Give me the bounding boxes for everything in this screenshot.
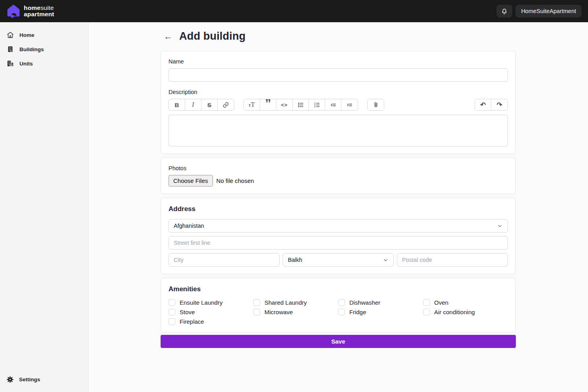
- code-icon: <>: [281, 102, 287, 108]
- indent-button[interactable]: [341, 99, 358, 110]
- numbered-list-button[interactable]: 123: [309, 99, 325, 110]
- redo-icon: ↷: [496, 101, 502, 109]
- topbar: homesuite apartment HomeSuiteApartment: [0, 0, 588, 22]
- amenity-fireplace: Fireplace: [169, 318, 253, 325]
- sidebar-item-label: Units: [19, 61, 33, 67]
- file-status-text: No file chosen: [216, 177, 254, 184]
- name-input[interactable]: [169, 68, 508, 82]
- back-arrow-icon: ←: [164, 31, 172, 41]
- chevron-down-icon: [497, 223, 503, 229]
- code-button[interactable]: <>: [276, 99, 293, 110]
- sidebar-item-label: Home: [19, 32, 34, 38]
- amenity-fridge: Fridge: [338, 309, 423, 315]
- amenities-card: Amenities Ensuite Laundry Shared Laundry…: [161, 278, 516, 332]
- heading-icon: тT: [249, 101, 255, 109]
- attach-file-button[interactable]: [368, 99, 384, 110]
- outdent-icon: [330, 102, 337, 108]
- amenity-checkbox[interactable]: [169, 299, 175, 306]
- outdent-button[interactable]: [325, 99, 341, 110]
- sidebar-item-units[interactable]: Units: [0, 56, 88, 71]
- sidebar-item-home[interactable]: Home: [0, 28, 88, 42]
- undo-icon: ↶: [480, 101, 486, 109]
- bell-icon: [500, 7, 508, 15]
- units-icon: [6, 60, 14, 67]
- back-button[interactable]: ←: [164, 32, 172, 41]
- amenity-stove: Stove: [169, 309, 253, 315]
- bullet-list-icon: [297, 102, 304, 108]
- richtext-toolbar: B I S тT: [169, 99, 508, 111]
- sidebar-item-label: Settings: [19, 377, 40, 382]
- bold-button[interactable]: B: [169, 99, 185, 110]
- name-label: Name: [169, 58, 508, 65]
- amenity-microwave: Microwave: [253, 309, 338, 315]
- amenity-oven: Oven: [423, 299, 508, 306]
- notifications-button[interactable]: [496, 5, 512, 17]
- undo-button[interactable]: ↶: [475, 99, 491, 110]
- amenity-checkbox[interactable]: [338, 299, 345, 306]
- amenity-checkbox[interactable]: [169, 318, 175, 325]
- app-logo[interactable]: homesuite apartment: [6, 4, 54, 19]
- main-content: ← Add building Name Description B I S: [88, 22, 588, 392]
- svg-text:3: 3: [314, 106, 315, 108]
- amenity-checkbox[interactable]: [338, 309, 345, 315]
- address-heading: Address: [169, 205, 508, 213]
- link-button[interactable]: [218, 99, 234, 110]
- heading-button[interactable]: тT: [244, 99, 260, 110]
- bullet-list-button[interactable]: [293, 99, 309, 110]
- home-icon: [6, 31, 14, 39]
- description-label: Description: [169, 89, 508, 95]
- redo-button[interactable]: ↷: [491, 99, 508, 110]
- amenity-air-conditioning: Air conditioning: [423, 309, 508, 315]
- postal-code-input[interactable]: [397, 253, 508, 267]
- state-select-value: Balkh: [288, 257, 302, 263]
- logo-house-icon: [6, 4, 21, 19]
- amenity-checkbox[interactable]: [423, 299, 430, 306]
- indent-icon: [346, 102, 353, 108]
- name-description-card: Name Description B I S: [161, 51, 516, 154]
- chevron-down-icon: [383, 257, 389, 263]
- account-button[interactable]: HomeSuiteApartment: [515, 5, 582, 17]
- sidebar-item-buildings[interactable]: Buildings: [0, 42, 88, 56]
- save-button[interactable]: Save: [161, 335, 516, 348]
- numbered-list-icon: 123: [314, 102, 320, 108]
- country-select-value: Afghanistan: [174, 223, 204, 229]
- description-editor[interactable]: [169, 115, 508, 146]
- italic-icon: I: [192, 101, 194, 108]
- gear-icon: [6, 376, 14, 383]
- amenity-checkbox[interactable]: [253, 299, 260, 306]
- logo-text: homesuite apartment: [24, 5, 54, 17]
- photos-card: Photos Choose Files No file chosen: [161, 158, 516, 194]
- amenity-checkbox[interactable]: [423, 309, 430, 315]
- amenities-heading: Amenities: [169, 285, 508, 293]
- page-title: Add building: [179, 30, 245, 42]
- choose-files-button[interactable]: Choose Files: [169, 175, 213, 186]
- italic-button[interactable]: I: [185, 99, 201, 110]
- city-input[interactable]: [169, 253, 280, 267]
- strikethrough-button[interactable]: S: [201, 99, 218, 110]
- country-select[interactable]: Afghanistan: [169, 219, 508, 233]
- sidebar: Home Buildings: [0, 22, 88, 392]
- quote-button[interactable]: ”: [260, 99, 276, 110]
- sidebar-item-label: Buildings: [19, 46, 44, 52]
- building-icon: [6, 45, 14, 53]
- photos-label: Photos: [169, 165, 508, 171]
- amenities-grid: Ensuite Laundry Shared Laundry Dishwashe…: [169, 299, 508, 325]
- link-icon: [222, 102, 229, 108]
- amenity-ensuite-laundry: Ensuite Laundry: [169, 299, 253, 306]
- address-card: Address Afghanistan Balkh: [161, 198, 516, 274]
- quote-icon: ”: [265, 102, 271, 108]
- street-input[interactable]: [169, 236, 508, 250]
- amenity-checkbox[interactable]: [169, 309, 175, 315]
- sidebar-item-settings[interactable]: Settings: [0, 372, 88, 386]
- strikethrough-icon: S: [207, 102, 211, 108]
- paperclip-icon: [373, 102, 379, 108]
- amenity-checkbox[interactable]: [253, 309, 260, 315]
- amenity-shared-laundry: Shared Laundry: [253, 299, 338, 306]
- amenity-dishwasher: Dishwasher: [338, 299, 423, 306]
- state-select[interactable]: Balkh: [283, 253, 394, 267]
- bold-icon: B: [175, 102, 179, 108]
